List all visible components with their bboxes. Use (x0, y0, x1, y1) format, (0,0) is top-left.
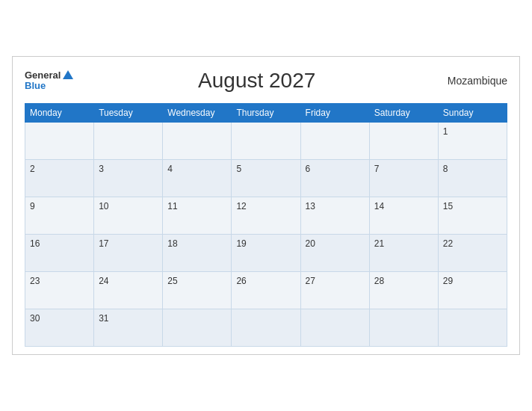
calendar-week-row: 23242526272829 (25, 272, 507, 309)
calendar-day-cell: 26 (232, 272, 300, 309)
calendar-day-cell: 2 (25, 160, 94, 197)
calendar-day-cell: 9 (25, 197, 94, 235)
day-number: 12 (236, 201, 246, 211)
day-number: 31 (99, 313, 108, 324)
day-number: 6 (306, 164, 311, 174)
calendar-title: August 2027 (73, 69, 440, 93)
calendar-week-row: 3031 (25, 309, 507, 347)
calendar-day-cell: 25 (163, 272, 232, 309)
calendar-day-cell: 17 (94, 235, 163, 272)
calendar-day-cell (369, 123, 438, 160)
header-thursday: Thursday (232, 104, 300, 123)
calendar-day-cell (369, 309, 438, 347)
calendar-week-row: 9101112131415 (25, 197, 507, 235)
day-number: 3 (99, 164, 104, 174)
day-number: 7 (374, 164, 380, 174)
logo: General Blue (25, 70, 73, 92)
calendar-day-cell (163, 123, 232, 160)
calendar-day-cell: 31 (94, 309, 163, 347)
calendar-header: General Blue August 2027 Mozambique (25, 69, 507, 93)
calendar-week-row: 16171819202122 (25, 235, 507, 272)
header-sunday: Sunday (438, 104, 507, 123)
day-number: 16 (30, 238, 40, 249)
calendar-day-cell: 19 (232, 235, 300, 272)
calendar-day-cell: 8 (438, 160, 507, 197)
day-number: 14 (374, 201, 384, 211)
calendar-day-cell: 5 (232, 160, 300, 197)
day-number: 27 (306, 276, 315, 286)
calendar-day-cell (232, 123, 300, 160)
calendar-day-cell: 28 (369, 272, 438, 309)
calendar-day-cell: 27 (300, 272, 369, 309)
day-number: 17 (99, 238, 108, 249)
calendar-day-cell: 21 (369, 235, 438, 272)
day-number: 2 (30, 164, 35, 174)
header-friday: Friday (300, 104, 369, 123)
calendar-day-cell: 15 (438, 197, 507, 235)
header-monday: Monday (25, 104, 94, 123)
day-number: 18 (167, 238, 177, 249)
logo-blue: Blue (25, 81, 46, 91)
calendar-day-cell (438, 309, 507, 347)
day-number: 29 (443, 276, 453, 286)
day-number: 4 (167, 164, 173, 174)
calendar-day-cell: 11 (163, 197, 232, 235)
calendar-day-cell: 24 (94, 272, 163, 309)
day-number: 26 (236, 276, 246, 286)
calendar-day-cell: 16 (25, 235, 94, 272)
day-number: 19 (236, 238, 246, 249)
calendar-grid: Monday Tuesday Wednesday Thursday Friday… (25, 103, 507, 347)
calendar-day-cell: 14 (369, 197, 438, 235)
day-number: 24 (99, 276, 108, 286)
day-number: 25 (167, 276, 177, 286)
day-number: 15 (443, 201, 453, 211)
logo-triangle-icon (63, 70, 73, 79)
day-number: 21 (374, 238, 384, 249)
calendar-day-cell: 30 (25, 309, 94, 347)
day-number: 1 (443, 126, 448, 137)
calendar-day-cell: 1 (438, 123, 507, 160)
calendar-week-row: 2345678 (25, 160, 507, 197)
logo-general: General (25, 70, 61, 81)
calendar-country: Mozambique (440, 75, 507, 87)
calendar-day-cell: 20 (300, 235, 369, 272)
calendar-day-cell (232, 309, 300, 347)
calendar-day-cell (25, 123, 94, 160)
day-number: 30 (30, 313, 40, 324)
calendar-day-cell: 3 (94, 160, 163, 197)
day-number: 5 (236, 164, 241, 174)
day-number: 23 (30, 276, 40, 286)
calendar-day-cell: 22 (438, 235, 507, 272)
calendar-day-cell: 12 (232, 197, 300, 235)
calendar-container: General Blue August 2027 Mozambique Mond… (12, 56, 520, 355)
calendar-day-cell: 13 (300, 197, 369, 235)
calendar-day-cell (94, 123, 163, 160)
header-saturday: Saturday (369, 104, 438, 123)
day-number: 10 (99, 201, 108, 211)
day-number: 20 (306, 238, 315, 249)
calendar-day-cell: 29 (438, 272, 507, 309)
day-number: 11 (167, 201, 177, 211)
day-number: 28 (374, 276, 384, 286)
calendar-day-cell: 6 (300, 160, 369, 197)
calendar-day-cell (300, 123, 369, 160)
header-tuesday: Tuesday (94, 104, 163, 123)
calendar-day-cell: 10 (94, 197, 163, 235)
calendar-day-cell: 4 (163, 160, 232, 197)
calendar-day-cell: 7 (369, 160, 438, 197)
day-number: 8 (443, 164, 448, 174)
day-number: 13 (306, 201, 315, 211)
calendar-day-cell: 23 (25, 272, 94, 309)
calendar-day-cell: 18 (163, 235, 232, 272)
calendar-day-cell (300, 309, 369, 347)
weekday-header-row: Monday Tuesday Wednesday Thursday Friday… (25, 104, 507, 123)
calendar-day-cell (163, 309, 232, 347)
header-wednesday: Wednesday (163, 104, 232, 123)
day-number: 9 (30, 201, 35, 211)
calendar-week-row: 1 (25, 123, 507, 160)
day-number: 22 (443, 238, 453, 249)
